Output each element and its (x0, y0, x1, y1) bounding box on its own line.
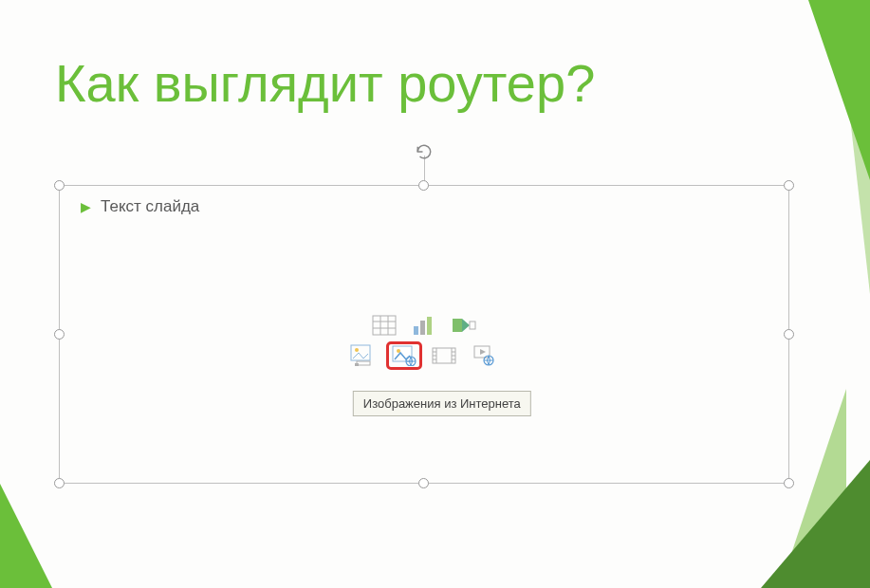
resize-handle-sw[interactable] (54, 478, 65, 488)
svg-rect-13 (357, 361, 370, 365)
svg-rect-10 (470, 322, 475, 329)
insert-online-video-icon[interactable] (469, 344, 499, 367)
decoration-triangle-bottom-left (0, 484, 52, 588)
svg-rect-8 (453, 319, 462, 332)
content-icon-grid (349, 314, 499, 367)
rotate-handle-icon[interactable] (415, 142, 434, 161)
resize-handle-e[interactable] (784, 329, 794, 340)
resize-handle-n[interactable] (418, 180, 429, 191)
placeholder-bullet-row[interactable]: ▶ Текст слайда (81, 197, 199, 216)
insert-picture-icon[interactable] (349, 344, 379, 367)
svg-point-16 (397, 349, 400, 353)
resize-handle-w[interactable] (54, 329, 65, 340)
insert-smartart-icon[interactable] (449, 314, 479, 337)
svg-point-12 (355, 348, 359, 352)
svg-rect-7 (427, 317, 432, 335)
insert-online-picture-icon[interactable] (389, 344, 419, 367)
svg-rect-5 (414, 326, 418, 335)
svg-rect-14 (355, 363, 359, 366)
svg-marker-29 (480, 349, 486, 355)
slide-title[interactable]: Как выглядит роутер? (55, 52, 595, 114)
insert-video-icon[interactable] (429, 344, 459, 367)
icon-row-top (369, 314, 479, 337)
insert-chart-icon[interactable] (409, 314, 439, 337)
icon-row-bottom (349, 344, 499, 367)
svg-marker-9 (462, 319, 470, 332)
tooltip: Изображения из Интернета (353, 391, 531, 416)
resize-handle-s[interactable] (418, 478, 429, 488)
resize-handle-se[interactable] (784, 478, 794, 488)
svg-rect-0 (373, 316, 396, 335)
placeholder-text: Текст слайда (101, 197, 199, 216)
content-placeholder[interactable]: ▶ Текст слайда (59, 185, 789, 484)
insert-table-icon[interactable] (369, 314, 399, 337)
decoration-triangle-top-right-dark (808, 0, 870, 180)
bullet-arrow-icon: ▶ (81, 199, 91, 214)
resize-handle-ne[interactable] (784, 180, 794, 191)
svg-rect-6 (420, 321, 425, 335)
resize-handle-nw[interactable] (54, 180, 65, 191)
